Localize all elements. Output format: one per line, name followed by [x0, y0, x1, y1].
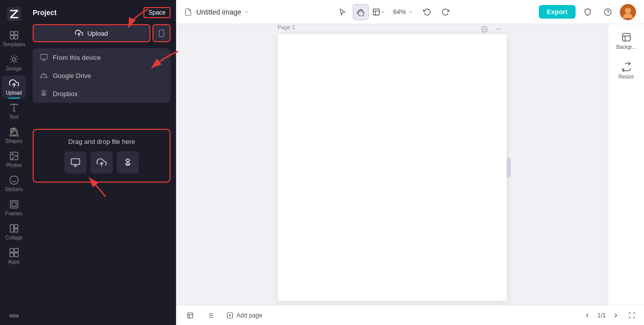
prev-page-btn[interactable]	[581, 309, 593, 321]
page-label: Page 1	[278, 24, 295, 30]
canvas-page-wrapper: Page 1	[278, 34, 507, 301]
bottom-bar: Add page 1/1	[176, 305, 644, 325]
svg-rect-17	[10, 201, 18, 208]
panel-sidebar: Project Space Upload	[28, 0, 176, 325]
chevron-down-icon	[244, 9, 250, 15]
sidebar-item-photos[interactable]: Photos	[2, 148, 26, 171]
svg-rect-19	[10, 225, 14, 232]
tablet-icon	[157, 29, 166, 37]
right-panel: Backgr... Resize	[608, 24, 644, 305]
svg-rect-1	[10, 32, 14, 35]
dropbox-small-icon-btn[interactable]	[117, 151, 139, 174]
resize-icon	[621, 62, 631, 72]
sidebar-item-stickers[interactable]: Stickers	[2, 172, 26, 195]
layout-tool-btn[interactable]	[371, 4, 387, 20]
space-button[interactable]: Space	[143, 7, 171, 18]
chevron-right-icon	[612, 312, 619, 319]
user-avatar[interactable]	[620, 4, 636, 20]
svg-rect-53	[188, 312, 193, 318]
svg-rect-20	[14, 225, 18, 228]
sidebar-item-shapes[interactable]: Shapes	[2, 124, 26, 147]
page-number: 1/1	[597, 312, 606, 319]
upload-button[interactable]: Upload	[33, 24, 150, 42]
dropbox-small-icon	[123, 157, 133, 168]
drag-drop-container: Drag and drop file here	[33, 119, 171, 183]
svg-rect-24	[10, 253, 14, 257]
shield-icon	[584, 8, 592, 16]
sidebar-bottom	[2, 305, 26, 321]
from-device-item[interactable]: From this device	[33, 48, 171, 66]
main-area: Untitled image	[176, 0, 644, 325]
background-icon	[621, 32, 631, 42]
more-horizontal-icon	[495, 26, 502, 33]
resize-handle[interactable]	[507, 157, 511, 178]
top-header: Untitled image	[176, 0, 644, 24]
sidebar-item-collage[interactable]: Collage	[2, 220, 26, 243]
redo-icon	[441, 8, 449, 16]
panel-project-title: Project	[33, 9, 56, 17]
icon-sidebar: Templates Design Upload	[0, 0, 28, 325]
page-thumbnail-btn[interactable]	[182, 307, 198, 323]
svg-point-48	[498, 29, 499, 29]
bottom-right: 1/1	[581, 309, 638, 321]
next-page-btn[interactable]	[610, 309, 622, 321]
resize-btn[interactable]: Resize	[612, 58, 640, 84]
layout-icon	[372, 8, 380, 16]
chevron-left-icon	[584, 312, 591, 319]
svg-point-46	[625, 8, 631, 14]
sidebar-item-upload[interactable]: Upload	[2, 75, 26, 99]
sidebar-item-apps[interactable]: Apps	[2, 245, 26, 268]
svg-rect-36	[71, 159, 80, 165]
svg-point-47	[484, 28, 486, 30]
upload-secondary-button[interactable]	[152, 24, 171, 42]
canvas-area: Page 1	[176, 24, 608, 305]
zoom-chevron-icon	[408, 10, 413, 15]
pointer-tool-btn[interactable]	[335, 4, 351, 20]
drag-drop-label: Drag and drop file here	[68, 138, 135, 145]
pointer-icon	[339, 8, 347, 16]
thumbnail-icon	[187, 312, 194, 319]
doc-title[interactable]: Untitled image	[196, 8, 250, 16]
zoom-btn[interactable]: 64%	[389, 6, 417, 18]
undo-btn[interactable]	[419, 4, 435, 20]
list-icon	[207, 312, 214, 319]
device-upload-icon-btn[interactable]	[64, 151, 87, 174]
svg-rect-21	[14, 229, 18, 232]
dropbox-item[interactable]: Dropbox	[33, 85, 171, 103]
page-list-btn[interactable]	[202, 307, 218, 323]
svg-rect-40	[373, 9, 379, 15]
app-logo[interactable]	[2, 4, 26, 24]
svg-point-50	[496, 29, 497, 29]
chevron-down-small-icon	[380, 10, 385, 15]
help-btn[interactable]	[600, 4, 616, 20]
shield-btn[interactable]	[580, 4, 596, 20]
svg-point-49	[500, 29, 501, 29]
export-button[interactable]: Export	[539, 5, 576, 19]
dropbox-icon	[40, 90, 48, 98]
drag-drop-area[interactable]: Drag and drop file here	[33, 129, 171, 183]
sidebar-item-text[interactable]: Text	[2, 100, 26, 123]
canvas-right-container: Page 1	[176, 24, 644, 305]
header-right: Export	[539, 4, 636, 20]
header-left: Untitled image	[184, 8, 250, 16]
svg-rect-26	[10, 315, 18, 316]
add-page-btn[interactable]: Add page	[222, 310, 266, 321]
upload-button-row: Upload	[33, 24, 171, 42]
hand-tool-btn[interactable]	[353, 4, 369, 20]
redo-btn[interactable]	[437, 4, 453, 20]
canvas-page	[278, 34, 507, 301]
avatar-image	[620, 4, 636, 20]
monitor-icon	[40, 53, 48, 61]
fullscreen-btn[interactable]	[626, 309, 638, 321]
background-btn[interactable]: Backgr...	[612, 28, 640, 54]
sidebar-item-frames[interactable]: Frames	[2, 196, 26, 219]
google-drive-item[interactable]: Google Drive	[33, 66, 171, 85]
sidebar-item-templates[interactable]: Templates	[2, 27, 26, 50]
sidebar-item-settings[interactable]	[2, 305, 26, 321]
svg-point-14	[10, 176, 18, 185]
upload-icon	[75, 29, 83, 37]
sidebar-item-design[interactable]: Design	[2, 51, 26, 74]
svg-rect-4	[14, 36, 18, 39]
cloud-upload-icon-btn[interactable]	[91, 151, 113, 174]
fullscreen-icon	[628, 312, 635, 319]
